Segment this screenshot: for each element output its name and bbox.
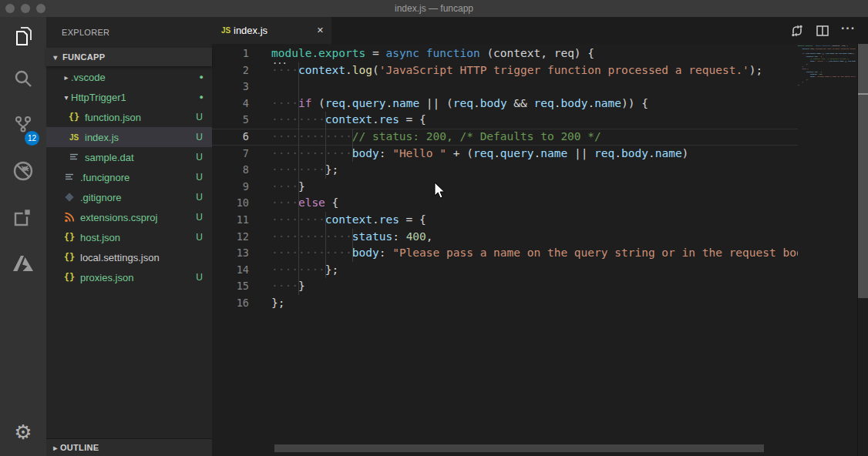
line-number[interactable]: 2 [212,62,249,79]
whitespace-dots: ···· [271,180,298,193]
line-number[interactable]: 16 [212,295,249,312]
vertical-scrollbar[interactable] [857,44,868,456]
azure-icon[interactable] [0,240,46,287]
tree-item-index.js[interactable]: JSindex.jsU [46,127,212,147]
file-name: function.json [85,112,141,123]
line-number[interactable]: 8 [212,162,249,179]
git-modified-dot-badge: ● [200,93,204,101]
code-line-10[interactable]: 10····else { [212,195,798,212]
line-number[interactable]: 15 [212,278,249,295]
tree-item-.gitignore[interactable]: .gitignoreU [46,187,212,207]
split-editor-icon[interactable] [816,24,829,38]
minimap-line: context.log('JavaScript HTTP trigger fun… [798,47,856,49]
whitespace-dots: ············ [271,147,352,159]
code-line-13[interactable]: 13············body: "Please pass a name … [212,245,798,262]
line-number[interactable]: 3 [212,79,249,96]
tree-item-.funcignore[interactable]: .funcignoreU [46,167,212,187]
code-token: else [298,196,325,209]
settings-gear-icon[interactable]: ⚙ [0,408,46,456]
maximize-window-button[interactable] [36,4,45,13]
code-token: req [594,147,614,159]
tree-item-proxies.json[interactable]: {}proxies.jsonU [46,267,212,287]
code-line-1[interactable]: 1module.exports = async function (contex… [212,45,798,62]
code-token: context [298,64,345,76]
vertical-scrollbar-thumb[interactable] [858,44,868,298]
section-label: FUNCAPP [62,52,105,62]
code-line-9[interactable]: 9····} [212,179,798,196]
indent-guide [298,162,299,179]
open-changes-icon[interactable] [790,24,804,38]
code-line-11[interactable]: 11········context.res = { [212,212,798,229]
source-control-icon[interactable]: 12 [0,102,46,148]
scm-pending-changes-badge: 12 [25,131,39,146]
line-number[interactable]: 4 [212,96,249,112]
tree-item-local.settings.json[interactable]: {}local.settings.json [46,247,212,267]
indent-guide [298,262,299,279]
code-line-7[interactable]: 7············body: "Hello " + (req.query… [212,146,798,163]
more-actions-icon[interactable]: ··· [841,22,856,39]
title-bar: index.js — funcapp [0,0,868,17]
tab-index-js[interactable]: JS index.js ✕ [212,17,331,44]
tree-item-host.json[interactable]: {}host.jsonU [46,227,212,247]
explorer-icon[interactable] [0,17,46,55]
code-line-3[interactable]: 3 [212,79,798,96]
editor-pane: JS index.js ✕ [212,17,868,456]
line-number[interactable]: 11 [212,212,249,229]
code-line-2[interactable]: 2····context.log('JavaScript HTTP trigge… [212,62,798,79]
tree-item-HttpTrigger1[interactable]: ▾HttpTrigger1● [46,87,212,107]
code-token: }; [271,297,284,309]
code-token: async [385,47,419,59]
whitespace-dots: ···· [271,280,298,292]
code-token: ); [749,64,762,76]
window-controls [0,4,45,13]
file-name: .vscode [71,72,106,83]
line-number[interactable]: 5 [212,112,249,129]
search-icon[interactable] [0,55,46,102]
line-number[interactable]: 14 [212,262,249,279]
code-token: name [540,147,567,159]
line-number[interactable]: 7 [212,146,249,163]
line-number[interactable]: 10 [212,195,249,212]
debug-icon[interactable] [0,148,46,194]
outline-label: OUTLINE [60,443,99,452]
code-token: res [379,213,399,226]
code-line-16[interactable]: 16}; [212,295,798,312]
js-icon: JS [220,26,232,35]
code-line-12[interactable]: 12············status: 400, [212,229,798,246]
tree-item-sample.dat[interactable]: sample.datU [46,147,212,167]
code-line-14[interactable]: 14········}; [212,262,798,279]
minimap-content: module.exports = async function (context… [798,45,856,86]
code-token: = { [399,213,426,226]
code-token: )) { [621,97,648,109]
line-number[interactable]: 9 [212,179,249,196]
git-untracked-badge: U [196,112,203,122]
file-name: extensions.csproj [80,212,157,223]
code-line-8[interactable]: 8········}; [212,162,798,179]
indent-guide [352,146,353,163]
minimap[interactable]: module.exports = async function (context… [798,45,856,137]
chevron-down-icon: ▾ [51,53,60,62]
line-number[interactable]: 6 [212,129,249,146]
code-line-5[interactable]: 5········context.res = { [212,112,798,129]
extensions-icon[interactable] [0,194,46,240]
section-header-funcapp[interactable]: ▾ FUNCAPP [46,48,212,66]
horizontal-scrollbar-thumb[interactable] [274,444,764,452]
line-number[interactable]: 1 [212,45,249,62]
tree-item-.vscode[interactable]: ▸.vscode● [46,67,212,87]
whitespace-dots: ···· [271,97,298,109]
code-editor[interactable]: 1module.exports = async function (contex… [212,44,868,456]
close-window-button[interactable] [5,4,15,13]
code-line-15[interactable]: 15····} [212,278,798,295]
code-line-6[interactable]: 6············// status: 200, /* Defaults… [212,129,798,146]
code-line-4[interactable]: 4····if (req.query.name || (req.body && … [212,96,798,112]
code-token: name [655,147,682,159]
close-tab-icon[interactable]: ✕ [317,25,324,35]
minimize-window-button[interactable] [21,4,30,13]
chevron-right-icon: ▸ [62,73,71,82]
line-number[interactable]: 12 [212,229,249,246]
code-token: name [594,97,621,109]
tree-item-extensions.csproj[interactable]: extensions.csprojU [46,207,212,227]
line-number[interactable]: 13 [212,245,249,262]
outline-section[interactable]: ▸ OUTLINE [46,438,212,456]
tree-item-function.json[interactable]: {}function.jsonU [46,107,212,127]
